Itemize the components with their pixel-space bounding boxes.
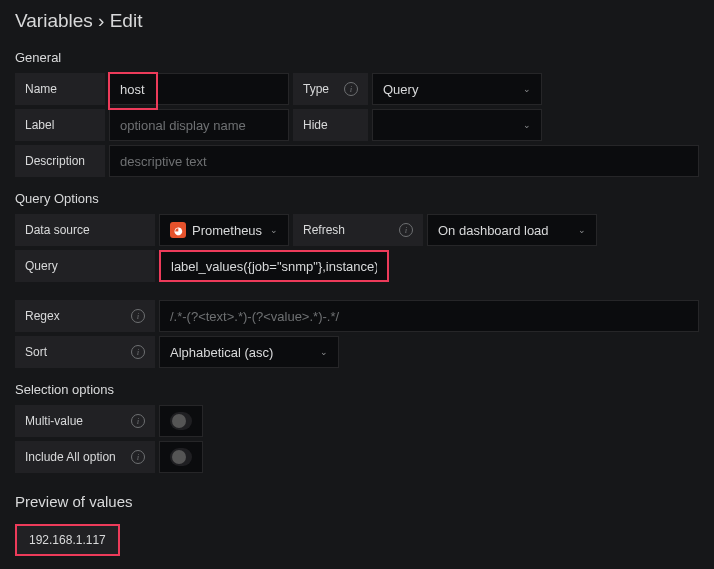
multivalue-toggle-wrap <box>159 405 203 437</box>
multivalue-toggle[interactable] <box>170 412 192 430</box>
info-icon[interactable]: i <box>131 450 145 464</box>
section-query-options: Query Options <box>15 191 699 206</box>
chevron-down-icon: ⌄ <box>320 347 328 357</box>
label-type: Type i <box>293 73 368 105</box>
includeall-toggle-wrap <box>159 441 203 473</box>
label-input[interactable] <box>109 109 289 141</box>
label-label: Label <box>15 109 105 141</box>
section-preview: Preview of values <box>15 493 699 510</box>
query-input[interactable] <box>159 250 389 282</box>
chevron-down-icon: ⌄ <box>578 225 586 235</box>
page-title: Variables › Edit <box>15 10 699 32</box>
sort-select[interactable]: Alphabetical (asc) ⌄ <box>159 336 339 368</box>
info-icon[interactable]: i <box>131 345 145 359</box>
label-sort: Sort i <box>15 336 155 368</box>
includeall-toggle[interactable] <box>170 448 192 466</box>
label-query: Query <box>15 250 155 282</box>
type-select[interactable]: Query ⌄ <box>372 73 542 105</box>
section-general: General <box>15 50 699 65</box>
label-refresh: Refresh i <box>293 214 423 246</box>
chevron-down-icon: ⌄ <box>523 120 531 130</box>
datasource-select[interactable]: ◕ Prometheus ⌄ <box>159 214 289 246</box>
label-name: Name <box>15 73 105 105</box>
label-multivalue: Multi-value i <box>15 405 155 437</box>
label-description: Description <box>15 145 105 177</box>
label-datasource: Data source <box>15 214 155 246</box>
section-selection-options: Selection options <box>15 382 699 397</box>
label-hide: Hide <box>293 109 368 141</box>
refresh-select[interactable]: On dashboard load ⌄ <box>427 214 597 246</box>
label-regex: Regex i <box>15 300 155 332</box>
hide-select[interactable]: ⌄ <box>372 109 542 141</box>
info-icon[interactable]: i <box>131 414 145 428</box>
name-input[interactable] <box>109 73 289 105</box>
info-icon[interactable]: i <box>344 82 358 96</box>
chevron-down-icon: ⌄ <box>270 225 278 235</box>
prometheus-icon: ◕ <box>170 222 186 238</box>
description-input[interactable] <box>109 145 699 177</box>
chevron-down-icon: ⌄ <box>523 84 531 94</box>
info-icon[interactable]: i <box>131 309 145 323</box>
label-includeall: Include All option i <box>15 441 155 473</box>
info-icon[interactable]: i <box>399 223 413 237</box>
preview-value-chip: 192.168.1.117 <box>15 524 120 556</box>
regex-input[interactable] <box>159 300 699 332</box>
